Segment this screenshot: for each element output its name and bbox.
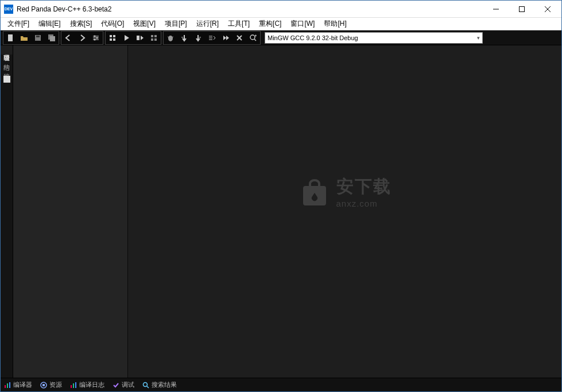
editor-area[interactable]: 安下载 anxz.com: [128, 45, 561, 378]
svg-rect-15: [110, 35, 112, 37]
forward-icon[interactable]: [76, 32, 88, 44]
window-controls: [483, 1, 560, 17]
side-tab-project[interactable]: 项目管理: [1, 45, 13, 55]
step-over-icon[interactable]: [178, 32, 191, 44]
compiler-selected-text: MinGW GCC 9.2.0 32-bit Debug: [268, 34, 477, 41]
svg-point-12: [94, 35, 96, 37]
menu-project[interactable]: 项目[P]: [160, 18, 192, 30]
svg-rect-43: [9, 382, 10, 388]
svg-rect-1: [519, 6, 524, 11]
menubar: 文件[F] 编辑[E] 搜索[S] 代码[O] 视图[V] 项目[P] 运行[R…: [1, 18, 561, 30]
svg-point-13: [96, 37, 98, 38]
svg-point-36: [250, 35, 255, 40]
debug-icon[interactable]: [164, 32, 177, 44]
svg-rect-40: [303, 186, 326, 205]
tab-compiler-label: 编译器: [13, 381, 32, 389]
svg-rect-46: [71, 385, 72, 388]
save-all-icon[interactable]: [45, 32, 58, 44]
toolbar: MinGW GCC 9.2.0 32-bit Debug ▾: [1, 30, 561, 45]
toolbar-group-nav: [61, 31, 103, 45]
project-panel[interactable]: [13, 45, 128, 378]
window-title: Red Panda Dev-C++ 6.3-beta2: [17, 5, 483, 13]
menu-file[interactable]: 文件[F]: [3, 18, 34, 30]
stop-debug-icon[interactable]: [233, 32, 246, 44]
bag-icon: [299, 176, 331, 208]
watermark-sub: anxz.com: [336, 199, 378, 208]
menu-help[interactable]: 帮助[H]: [319, 18, 351, 30]
tab-compile-log[interactable]: 编译日志: [70, 381, 104, 389]
svg-rect-47: [73, 383, 74, 388]
tab-resource[interactable]: 资源: [40, 381, 62, 389]
svg-rect-22: [151, 38, 153, 41]
app-window: DEV Red Panda Dev-C++ 6.3-beta2 文件[F] 编辑…: [0, 0, 562, 392]
svg-rect-20: [151, 35, 153, 37]
tab-search-results-label: 搜索结果: [152, 381, 177, 389]
svg-point-14: [94, 38, 96, 40]
app-icon: DEV: [4, 5, 13, 14]
search-icon: [142, 382, 149, 389]
svg-rect-4: [8, 34, 13, 41]
watermark-main: 安下载: [336, 175, 392, 199]
watermark: 安下载 anxz.com: [299, 175, 392, 208]
compile-icon[interactable]: [106, 32, 119, 44]
chevron-down-icon: ▾: [477, 35, 480, 41]
resource-icon: [40, 382, 47, 389]
tab-debug[interactable]: 调试: [113, 381, 134, 389]
continue-icon[interactable]: [219, 32, 232, 44]
toolbar-group-debug: [163, 31, 261, 45]
main-area: 项目管理 结构 监视 安下载 anxz.com: [1, 45, 561, 378]
menu-code[interactable]: 代码[O]: [96, 18, 129, 30]
new-file-icon[interactable]: [4, 32, 17, 44]
svg-rect-8: [50, 36, 55, 41]
compiler-select[interactable]: MinGW GCC 9.2.0 32-bit Debug ▾: [265, 32, 483, 44]
menu-run[interactable]: 运行[R]: [192, 18, 223, 30]
menu-window[interactable]: 窗口[W]: [286, 18, 319, 30]
side-indicator-icon: [3, 76, 10, 83]
tab-search-results[interactable]: 搜索结果: [142, 381, 177, 389]
svg-rect-19: [137, 36, 139, 40]
svg-rect-42: [7, 383, 8, 388]
toolbar-group-build: [105, 31, 161, 45]
svg-rect-21: [154, 35, 157, 37]
svg-line-25: [168, 37, 169, 37]
svg-rect-18: [113, 38, 115, 41]
tab-compile-log-label: 编译日志: [79, 381, 104, 389]
bottom-tabs: 编译器 资源 编译日志 调试 搜索结果: [1, 378, 561, 391]
compile-run-icon[interactable]: [134, 32, 146, 44]
svg-rect-6: [36, 36, 40, 37]
side-tabs: 项目管理 结构 监视: [1, 45, 13, 378]
svg-rect-17: [110, 38, 112, 41]
maximize-button[interactable]: [509, 1, 534, 17]
open-folder-icon[interactable]: [18, 32, 30, 44]
step-into-icon[interactable]: [192, 32, 204, 44]
bars-icon: [70, 382, 77, 389]
menu-search[interactable]: 搜索[S]: [65, 18, 97, 30]
tab-compiler[interactable]: 编译器: [4, 381, 32, 389]
minimize-button[interactable]: [483, 1, 509, 17]
close-button[interactable]: [534, 1, 560, 17]
settings-toggle-icon[interactable]: [90, 32, 102, 44]
menu-refactor[interactable]: 重构[C]: [254, 18, 286, 30]
side-tab-structure[interactable]: 结构: [1, 55, 13, 64]
menu-edit[interactable]: 编辑[E]: [34, 18, 65, 30]
run-icon[interactable]: [120, 32, 133, 44]
tab-resource-label: 资源: [49, 381, 62, 389]
svg-point-49: [144, 382, 148, 386]
save-icon[interactable]: [32, 32, 44, 44]
svg-rect-16: [113, 35, 115, 37]
svg-rect-48: [75, 382, 76, 388]
svg-rect-23: [154, 38, 157, 41]
step-out-icon[interactable]: [206, 32, 218, 44]
toolbar-group-file: [3, 31, 59, 45]
menu-view[interactable]: 视图[V]: [129, 18, 160, 30]
side-tab-watch[interactable]: 监视: [1, 64, 13, 73]
svg-line-50: [147, 386, 149, 388]
add-watch-icon[interactable]: [247, 32, 259, 44]
svg-line-37: [254, 39, 256, 41]
menu-tools[interactable]: 工具[T]: [223, 18, 254, 30]
tab-debug-label: 调试: [122, 381, 134, 389]
rebuild-icon[interactable]: [148, 32, 160, 44]
svg-line-26: [172, 37, 173, 37]
back-icon[interactable]: [62, 32, 75, 44]
check-icon: [113, 382, 119, 389]
